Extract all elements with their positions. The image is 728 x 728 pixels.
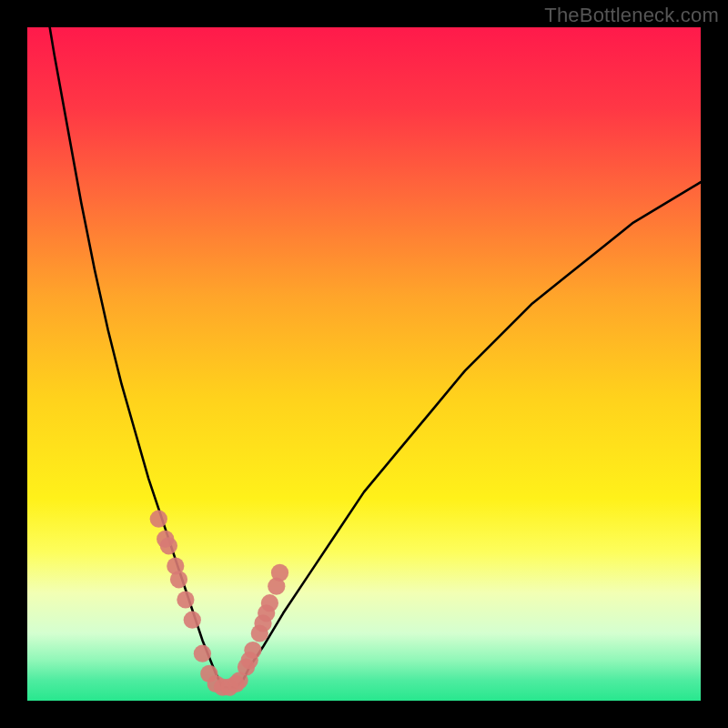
highlight-point — [194, 645, 211, 662]
highlight-points — [150, 511, 288, 696]
curve-layer — [27, 27, 701, 701]
highlight-point — [244, 642, 261, 659]
highlight-point — [184, 612, 201, 629]
highlight-point — [150, 511, 167, 528]
highlight-point — [170, 571, 187, 588]
highlight-point — [177, 591, 194, 608]
highlight-point — [160, 537, 177, 554]
bottleneck-curve — [27, 27, 701, 687]
highlight-point — [271, 564, 288, 581]
highlight-point — [261, 594, 278, 612]
watermark-text: TheBottleneck.com — [544, 4, 719, 27]
chart-frame: TheBottleneck.com — [0, 0, 728, 728]
plot-area — [27, 27, 701, 701]
